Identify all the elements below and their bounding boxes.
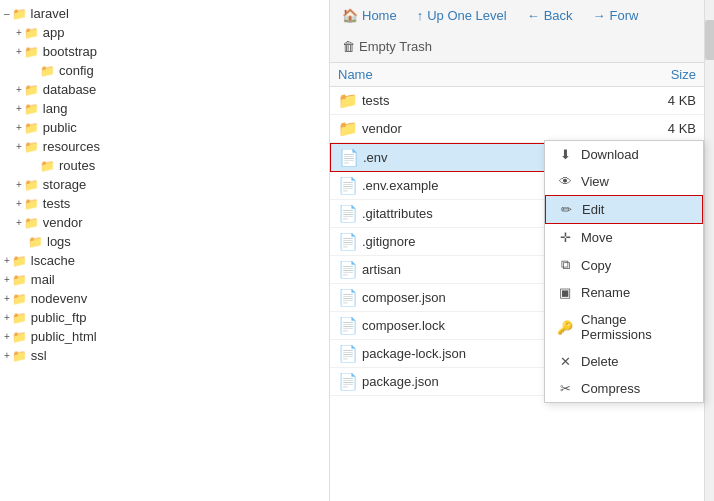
expand-icon[interactable]: + — [4, 350, 10, 361]
sidebar-item-public[interactable]: +📁public — [0, 118, 329, 137]
file-manager: 🏠 Home ↑ Up One Level ← Back → Forw 🗑 Em… — [330, 0, 704, 501]
sidebar-item-laravel[interactable]: –📁laravel — [0, 4, 329, 23]
folder-icon: 📁 — [12, 349, 27, 363]
sidebar-item-label: public_html — [31, 329, 97, 344]
col-name-header[interactable]: Name — [338, 67, 616, 82]
sidebar-item-vendor[interactable]: +📁vendor — [0, 213, 329, 232]
sidebar-item-config[interactable]: 📁config — [0, 61, 329, 80]
context-item-label: Change Permissions — [581, 312, 691, 342]
file-row[interactable]: 📁 tests 4 KB — [330, 87, 704, 115]
file-type-icon: 📁 — [338, 91, 362, 110]
expand-icon[interactable]: + — [16, 122, 22, 133]
context-menu-item-move[interactable]: ✛ Move — [545, 224, 703, 251]
file-list-header: Name Size — [330, 63, 704, 87]
sidebar-item-label: resources — [43, 139, 100, 154]
home-label: Home — [362, 8, 397, 23]
expand-icon[interactable]: + — [16, 46, 22, 57]
sidebar-item-label: bootstrap — [43, 44, 97, 59]
sidebar-item-label: config — [59, 63, 94, 78]
file-type-icon: 📄 — [339, 148, 363, 167]
back-label: Back — [544, 8, 573, 23]
folder-icon: 📁 — [24, 178, 39, 192]
folder-icon: 📁 — [12, 330, 27, 344]
context-menu-item-view[interactable]: 👁 View — [545, 168, 703, 195]
sidebar-item-label: routes — [59, 158, 95, 173]
sidebar-item-lang[interactable]: +📁lang — [0, 99, 329, 118]
context-menu-item-download[interactable]: ⬇ Download — [545, 141, 703, 168]
sidebar-item-nodevenv[interactable]: +📁nodevenv — [0, 289, 329, 308]
sidebar-item-database[interactable]: +📁database — [0, 80, 329, 99]
context-item-icon: ✕ — [557, 354, 573, 369]
folder-icon: 📁 — [12, 292, 27, 306]
sidebar-item-bootstrap[interactable]: +📁bootstrap — [0, 42, 329, 61]
folder-icon: 📁 — [24, 83, 39, 97]
file-name: vendor — [362, 121, 616, 136]
expand-icon[interactable]: + — [16, 179, 22, 190]
col-size-header[interactable]: Size — [616, 67, 696, 82]
folder-icon: 📁 — [28, 235, 43, 249]
context-menu-item-change-permissions[interactable]: 🔑 Change Permissions — [545, 306, 703, 348]
empty-trash-button[interactable]: 🗑 Empty Trash — [338, 37, 436, 56]
home-button[interactable]: 🏠 Home — [338, 6, 401, 25]
file-type-icon: 📄 — [338, 176, 362, 195]
sidebar-item-tests[interactable]: +📁tests — [0, 194, 329, 213]
sidebar-item-public_ftp[interactable]: +📁public_ftp — [0, 308, 329, 327]
context-item-icon: ✛ — [557, 230, 573, 245]
sidebar-item-mail[interactable]: +📁mail — [0, 270, 329, 289]
forward-button[interactable]: → Forw — [589, 6, 643, 25]
expand-icon[interactable]: – — [4, 8, 10, 19]
sidebar-item-ssl[interactable]: +📁ssl — [0, 346, 329, 365]
expand-icon[interactable]: + — [4, 255, 10, 266]
sidebar-item-resources[interactable]: +📁resources — [0, 137, 329, 156]
expand-icon[interactable]: + — [16, 27, 22, 38]
file-type-icon: 📄 — [338, 288, 362, 307]
sidebar-item-logs[interactable]: 📁logs — [0, 232, 329, 251]
expand-icon[interactable]: + — [4, 331, 10, 342]
sidebar-item-routes[interactable]: 📁routes — [0, 156, 329, 175]
file-type-icon: 📄 — [338, 372, 362, 391]
folder-icon: 📁 — [12, 254, 27, 268]
file-type-icon: 📁 — [338, 119, 362, 138]
context-menu-item-copy[interactable]: ⧉ Copy — [545, 251, 703, 279]
sidebar-item-label: lscache — [31, 253, 75, 268]
sidebar-item-public_html[interactable]: +📁public_html — [0, 327, 329, 346]
folder-icon: 📁 — [24, 140, 39, 154]
folder-icon: 📁 — [24, 216, 39, 230]
file-type-icon: 📄 — [338, 232, 362, 251]
context-menu-item-delete[interactable]: ✕ Delete — [545, 348, 703, 375]
context-menu-item-edit[interactable]: ✏ Edit — [545, 195, 703, 224]
expand-icon[interactable]: + — [16, 217, 22, 228]
scrollbar[interactable] — [704, 0, 714, 501]
context-item-icon: 👁 — [557, 174, 573, 189]
sidebar-item-storage[interactable]: +📁storage — [0, 175, 329, 194]
file-name: tests — [362, 93, 616, 108]
context-menu-item-compress[interactable]: ✂ Compress — [545, 375, 703, 402]
sidebar-item-label: storage — [43, 177, 86, 192]
back-button[interactable]: ← Back — [523, 6, 577, 25]
sidebar-item-lscache[interactable]: +📁lscache — [0, 251, 329, 270]
expand-icon[interactable]: + — [4, 274, 10, 285]
folder-icon: 📁 — [24, 26, 39, 40]
context-item-icon: ⬇ — [557, 147, 573, 162]
expand-icon[interactable]: + — [16, 141, 22, 152]
scrollbar-thumb[interactable] — [705, 20, 714, 60]
context-item-label: Move — [581, 230, 613, 245]
context-menu-item-rename[interactable]: ▣ Rename — [545, 279, 703, 306]
expand-icon[interactable]: + — [4, 312, 10, 323]
sidebar-item-label: mail — [31, 272, 55, 287]
sidebar: –📁laravel+📁app+📁bootstrap📁config+📁databa… — [0, 0, 330, 501]
context-item-icon: ✂ — [557, 381, 573, 396]
sidebar-item-app[interactable]: +📁app — [0, 23, 329, 42]
context-item-icon: ✏ — [558, 202, 574, 217]
context-item-icon: ▣ — [557, 285, 573, 300]
expand-icon[interactable]: + — [16, 84, 22, 95]
expand-icon[interactable]: + — [16, 103, 22, 114]
expand-icon[interactable]: + — [4, 293, 10, 304]
expand-icon[interactable]: + — [16, 198, 22, 209]
sidebar-item-label: nodevenv — [31, 291, 87, 306]
context-item-label: Delete — [581, 354, 619, 369]
file-row[interactable]: 📁 vendor 4 KB — [330, 115, 704, 143]
up-button[interactable]: ↑ Up One Level — [413, 6, 511, 25]
folder-icon: 📁 — [40, 64, 55, 78]
context-item-icon: 🔑 — [557, 320, 573, 335]
